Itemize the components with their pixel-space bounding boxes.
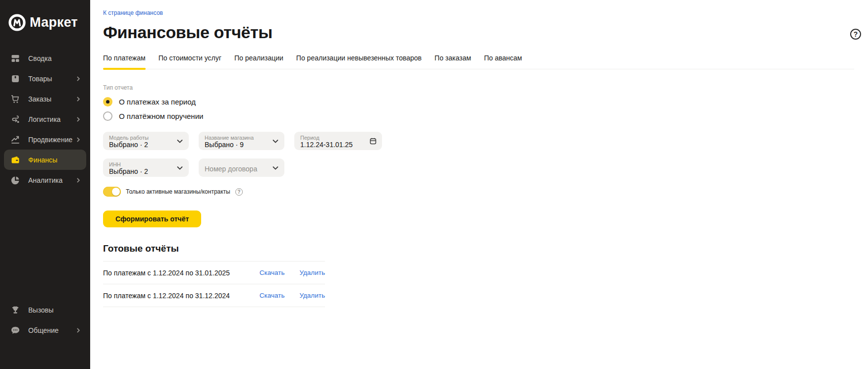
sidebar-nav: Сводка Товары Заказы [0,48,90,190]
filter-row-2: ИНН Выбрано · 2 Номер договора [103,158,854,177]
sidebar-item-label: Сводка [28,54,52,62]
trophy-icon [10,305,20,315]
generate-report-button[interactable]: Сформировать отчёт [103,211,201,227]
sidebar-item-communication[interactable]: Общение [4,320,86,340]
tab-service-cost[interactable]: По стоимости услуг [159,54,221,69]
select-label: Модель работы [109,135,184,141]
package-icon [10,74,20,84]
toggle-label: Только активные магазины/контракты [126,188,230,195]
pie-chart-icon [10,175,20,185]
report-title: По платежам с 1.12.2024 по 31.12.2024 [103,292,260,300]
active-only-toggle-row: Только активные магазины/контракты ? [103,187,854,197]
toggle-knob [112,188,120,196]
select-label: ИНН [109,161,184,167]
report-title: По платежам с 1.12.2024 по 31.01.2025 [103,269,260,277]
sidebar-item-orders[interactable]: Заказы [4,89,86,109]
tab-label: По стоимости услуг [159,54,221,62]
sidebar-item-logistics[interactable]: Логистика [4,109,86,129]
sidebar-item-label: Финансы [28,156,57,164]
trending-up-icon [10,135,20,145]
tab-label: По платежам [103,54,146,62]
radio-payment-order[interactable]: О платёжном поручении [103,111,854,121]
chat-icon [10,325,20,335]
tab-label: По авансам [484,54,522,62]
sidebar-item-summary[interactable]: Сводка [4,48,86,68]
radio-selected-icon[interactable] [103,97,112,106]
page-title: Финансовые отчёты [103,23,854,42]
tab-label: По реализации невывезенных товаров [296,54,422,62]
sidebar-item-label: Вызовы [28,306,54,314]
sidebar-item-label: Аналитика [28,176,62,184]
main-content: К странице финансов Финансовые отчёты ? … [90,0,868,369]
work-model-select[interactable]: Модель работы Выбрано · 2 [103,132,189,150]
sidebar-item-challenges[interactable]: Вызовы [4,300,86,320]
tab-orders[interactable]: По заказам [434,54,471,69]
market-logo-icon [8,13,26,32]
shop-name-select[interactable]: Название магазина Выбрано · 9 [199,132,284,150]
app-window: Маркет Сводка Товары [0,0,868,369]
sidebar-item-promotion[interactable]: Продвижение [4,129,86,150]
delete-link[interactable]: Удалить [299,292,325,299]
chevron-right-icon [75,327,81,333]
tab-payments[interactable]: По платежам [103,54,146,69]
sidebar-spacer [0,190,90,283]
route-icon [10,114,20,124]
select-value: Выбрано · 9 [205,141,279,149]
tab-label: По реализации [234,54,283,62]
chevron-down-icon [176,164,184,172]
active-tab-underline [103,68,146,70]
sidebar-bottom-nav: Вызовы Общение [0,300,90,369]
ready-reports-list: По платежам с 1.12.2024 по 31.01.2025 Ск… [103,261,325,307]
sidebar-item-label: Продвижение [28,136,72,144]
tab-advances[interactable]: По авансам [484,54,522,69]
cart-icon [10,94,20,104]
select-value: Выбрано · 2 [109,167,184,176]
download-link[interactable]: Скачать [260,269,285,276]
radio-payments-period[interactable]: О платежах за период [103,97,854,106]
question-icon[interactable]: ? [850,29,861,40]
chevron-down-icon [271,164,279,172]
download-link[interactable]: Скачать [260,292,285,299]
radio-label: О платежах за период [119,98,196,106]
contract-number-select[interactable]: Номер договора [199,158,284,177]
report-row: По платежам с 1.12.2024 по 31.01.2025 Ск… [103,261,325,284]
chevron-right-icon [75,96,81,102]
dashboard-icon [10,53,20,63]
sidebar-item-analytics[interactable]: Аналитика [4,170,86,190]
chevron-right-icon [75,177,81,183]
sidebar-item-label: Общение [28,326,58,334]
report-row: По платежам с 1.12.2024 по 31.12.2024 Ск… [103,284,325,307]
chevron-right-icon [75,116,81,122]
radio-unselected-icon[interactable] [103,111,112,121]
report-tabs: По платежам По стоимости услуг По реализ… [103,54,854,69]
chevron-down-icon [271,137,279,145]
market-logo[interactable]: Маркет [0,0,90,32]
select-label: Период [300,135,377,141]
chevron-down-icon [176,137,184,145]
radio-label: О платёжном поручении [119,112,203,120]
sidebar: Маркет Сводка Товары [0,0,90,369]
select-value: Выбрано · 2 [109,141,184,149]
inn-select[interactable]: ИНН Выбрано · 2 [103,158,189,177]
sidebar-item-label: Логистика [28,115,60,123]
sidebar-item-finance[interactable]: Финансы [4,150,86,170]
sidebar-item-products[interactable]: Товары [4,68,86,89]
tab-unexported-goods[interactable]: По реализации невывезенных товаров [296,54,422,69]
sidebar-item-label: Заказы [28,95,52,103]
chevron-right-icon [75,76,81,82]
select-value: 1.12.24-31.01.25 [300,141,377,149]
ready-reports-heading: Готовые отчёты [103,243,854,254]
chevron-right-icon [75,137,81,143]
report-type-options: О платежах за период О платёжном поручен… [103,97,854,121]
period-field[interactable]: Период 1.12.24-31.01.25 [294,132,382,150]
back-to-finance-link[interactable]: К странице финансов [103,9,163,16]
select-placeholder: Номер договора [205,165,279,173]
delete-link[interactable]: Удалить [299,269,325,276]
tab-label: По заказам [434,54,471,62]
report-type-label: Тип отчета [103,84,854,91]
active-only-toggle[interactable] [103,187,121,197]
sidebar-item-label: Товары [28,75,52,83]
tab-sales[interactable]: По реализации [234,54,283,69]
calendar-icon [369,137,377,145]
tooltip-question-icon[interactable]: ? [235,188,243,196]
